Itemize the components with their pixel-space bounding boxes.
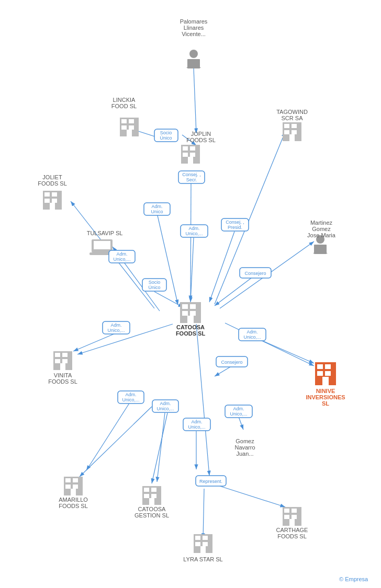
svg-rect-7 — [190, 153, 195, 157]
svg-rect-14 — [289, 134, 295, 141]
svg-rect-18 — [121, 125, 127, 130]
label-gomez2: Navarro — [234, 444, 255, 451]
svg-rect-25 — [52, 199, 57, 203]
svg-rect-46 — [325, 364, 331, 369]
edge-palomares-joplin — [194, 68, 196, 133]
label-vinita2: FOODS SL — [48, 378, 77, 385]
rel-socio-unico-1-label2: Único — [160, 135, 172, 141]
label-linckia1: LINCKIA — [113, 97, 136, 103]
label-ninive2: INVERSIONES — [306, 394, 345, 400]
svg-rect-12 — [284, 130, 289, 134]
rel-adm-unico-2-label2: Unico,... — [185, 231, 203, 236]
edge-represent-lyra — [203, 489, 204, 538]
svg-rect-11 — [292, 124, 297, 128]
rel-adm-unico-5-label1: Adm. — [246, 329, 257, 335]
rel-socio-unico-1-label1: Socio — [160, 130, 172, 135]
rel-adm-unico-9-label1: Adm. — [191, 419, 202, 424]
label-amarillo2: FOODS SL — [59, 503, 88, 509]
label-ninive1: NINIVE — [316, 388, 335, 394]
label-martinez1: Martinez — [310, 220, 333, 226]
svg-rect-73 — [200, 546, 206, 553]
svg-rect-2 — [187, 59, 200, 68]
svg-rect-71 — [195, 542, 200, 546]
label-tulsavip: TULSAVIP SL — [87, 230, 123, 236]
rel-adm-unico-8-label1: Adm. — [233, 406, 244, 411]
label-palomares: Palomares — [180, 18, 208, 25]
svg-rect-39 — [55, 353, 60, 357]
svg-rect-45 — [317, 364, 323, 369]
rel-adm-unico-2-label1: Adm. — [188, 226, 199, 231]
rel-adm-unico-1-label2: Unico — [151, 209, 163, 214]
label-joplin2: FOODS SL — [186, 137, 216, 143]
rel-consej-secr-label1: Consej. , — [182, 172, 201, 177]
label-gomez3: Juan... — [236, 451, 253, 457]
svg-rect-42 — [62, 359, 68, 363]
edge-r8-catoosa — [215, 278, 251, 306]
rel-adm-unico-4-label2: Unico,... — [107, 328, 125, 333]
label-tagowind1: TAGOWIND — [276, 109, 308, 115]
label-amarillo1: AMARILLO — [59, 497, 88, 503]
watermark: © Empresa — [339, 576, 368, 582]
svg-rect-20 — [127, 130, 132, 136]
svg-rect-64 — [292, 509, 297, 513]
rel-consejero-1-label: Consejero — [244, 271, 266, 276]
svg-rect-47 — [317, 371, 323, 376]
rel-adm-unico-4-label1: Adm. — [110, 322, 121, 328]
rel-consej-presid-label1: Consej. , — [226, 220, 244, 225]
rel-adm-unico-3-label2: Unico,... — [113, 257, 130, 262]
rel-adm-unico-6-label2: Unico,... — [122, 397, 139, 402]
rel-adm-unico-3-label1: Adm. — [116, 251, 127, 257]
rel-adm-unico-7-label2: Unico,... — [156, 406, 174, 411]
label-cgest1: CATOOSA — [138, 506, 166, 512]
edge-r13-cgest — [157, 413, 165, 482]
label-martinez2: Gomez — [312, 226, 331, 232]
svg-rect-48 — [325, 371, 331, 376]
label-cgest2: GESTION SL — [135, 512, 169, 518]
edge-joplin-catoosa — [190, 183, 191, 301]
svg-rect-67 — [289, 519, 295, 526]
svg-rect-54 — [73, 485, 78, 489]
rel-adm-unico-5-label2: Unico,... — [243, 335, 261, 340]
node-lyra-star — [194, 534, 212, 553]
svg-rect-53 — [65, 485, 71, 489]
edge-r7-catoosa — [154, 292, 183, 307]
label-ninive3: SL — [322, 400, 329, 407]
svg-rect-5 — [190, 146, 195, 151]
svg-rect-59 — [144, 494, 149, 498]
svg-rect-65 — [284, 515, 289, 519]
rel-socio-unico-2-label1: Socio — [149, 280, 161, 285]
node-tagowind — [283, 122, 301, 141]
label-palomares3: Vicente... — [182, 31, 206, 37]
svg-rect-41 — [55, 359, 60, 363]
svg-rect-22 — [44, 192, 50, 197]
svg-rect-23 — [52, 192, 57, 197]
svg-rect-57 — [144, 488, 149, 492]
label-palomares2: Llinares — [184, 25, 204, 31]
edge-r4-catoosa — [209, 232, 234, 302]
label-joplin1: JOPLIN — [191, 131, 211, 137]
corporate-graph: Palomares Llinares Vicente... JOPLIN FOO… — [0, 0, 381, 588]
rel-adm-unico-7-label1: Adm. — [160, 401, 171, 406]
svg-rect-70 — [203, 536, 208, 540]
svg-rect-40 — [62, 353, 68, 357]
label-joliet1: JOLIET — [42, 174, 62, 180]
svg-rect-72 — [203, 542, 208, 546]
svg-rect-51 — [65, 478, 71, 482]
edge-r10-ninive — [260, 340, 314, 363]
rel-consej-presid-label2: Presid. — [228, 225, 242, 230]
label-lyra: LYRA STAR SL — [183, 556, 222, 562]
svg-rect-66 — [292, 515, 297, 519]
svg-rect-49 — [322, 377, 329, 385]
svg-rect-28 — [94, 241, 110, 249]
rel-represent-label: Represent. — [199, 479, 222, 484]
label-joliet2: FOODS SL — [38, 180, 67, 187]
rel-adm-unico-9-label2: Unico,... — [188, 424, 205, 430]
edge-catoosa-cgest — [152, 413, 167, 483]
svg-rect-17 — [129, 119, 134, 123]
svg-rect-36 — [190, 311, 196, 316]
svg-rect-55 — [71, 489, 76, 495]
node-carthage — [283, 507, 301, 526]
svg-rect-37 — [187, 316, 194, 323]
svg-rect-34 — [190, 304, 196, 309]
svg-rect-31 — [314, 245, 327, 254]
